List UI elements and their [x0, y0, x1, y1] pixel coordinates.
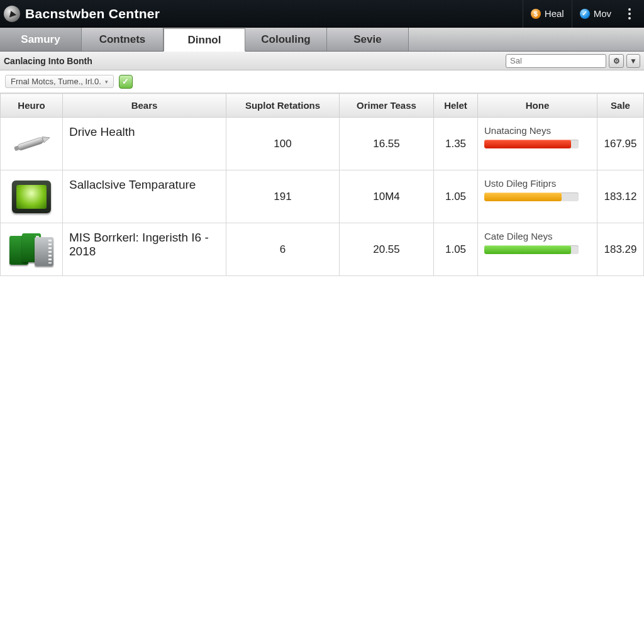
table-header-row: Heuro Bears Suplot Retations Orimer Teas… [1, 94, 644, 118]
cell-hone: Usto Dileg Fitiprs [478, 170, 597, 223]
tab-label: Colouling [261, 33, 310, 46]
tab-label: Samury [21, 33, 60, 46]
mov-button[interactable]: ✓ Mov [572, 0, 619, 28]
col-orimer[interactable]: Orimer Teass [340, 94, 434, 118]
cell-icon [1, 170, 63, 223]
col-sale[interactable]: Sale [597, 94, 644, 118]
filter-pill-label: Frnal Motcs, Tume., Irl.0. [11, 77, 101, 86]
progress-label: Cate Dileg Neys [484, 231, 552, 242]
cell-hone: Unatacing Neys [478, 118, 597, 170]
cell-helet: 1.05 [434, 223, 478, 276]
tab-label: Sevie [353, 33, 381, 46]
cell-orimer: 16.55 [340, 118, 434, 170]
progress-fill [484, 140, 571, 148]
title-bar: Bacnstwben Centner $ Heal ✓ Mov [0, 0, 644, 28]
mov-label: Mov [594, 8, 611, 19]
progress-fill [484, 245, 571, 254]
progress-label: Unatacing Neys [484, 125, 551, 136]
chevron-down-icon: ▼ [630, 57, 637, 65]
tab-samury[interactable]: Samury [0, 28, 82, 51]
cell-name: MIS Borrkerl: Ingeristh I6 - 2018 [63, 223, 226, 276]
heal-badge-icon: $ [531, 9, 541, 19]
table-row[interactable]: MIS Borrkerl: Ingeristh I6 - 2018620.551… [1, 223, 644, 276]
tab-label: Contnets [99, 33, 146, 46]
progress-bar [484, 140, 579, 148]
search-dropdown-button[interactable]: ▼ [626, 54, 640, 68]
filter-pill[interactable]: Frnal Motcs, Tume., Irl.0. ▾ [5, 75, 114, 88]
progress-label: Usto Dileg Fitiprs [484, 178, 556, 189]
heal-label: Heal [545, 8, 564, 19]
mov-badge-icon: ✓ [580, 9, 590, 19]
col-bears[interactable]: Bears [63, 94, 226, 118]
overflow-menu-button[interactable] [619, 0, 644, 28]
cell-name: Sallaclsive Temparature [63, 170, 226, 223]
cell-hone: Cate Dileg Neys [478, 223, 597, 276]
cell-sale: 183.12 [597, 170, 644, 223]
server-icon [7, 231, 56, 269]
app-title: Bacnstwben Centner [25, 6, 160, 21]
check-icon: ✓ [122, 77, 129, 86]
tab-label: Dinnol [188, 34, 221, 47]
tab-dinnol[interactable]: Dinnol [164, 28, 245, 52]
svg-marker-1 [42, 135, 51, 143]
col-helet[interactable]: Helet [434, 94, 478, 118]
progress-fill [484, 192, 562, 201]
chevron-down-icon: ▾ [105, 79, 108, 85]
cell-helet: 1.05 [434, 170, 478, 223]
apply-filter-button[interactable]: ✓ [119, 75, 133, 89]
tab-contnets[interactable]: Contnets [82, 28, 164, 51]
cell-orimer: 10M4 [340, 170, 434, 223]
settings-button[interactable]: ⚙ [609, 54, 624, 68]
col-hone[interactable]: Hone [478, 94, 597, 118]
sliders-icon: ⚙ [613, 57, 620, 65]
search-input[interactable] [506, 54, 606, 68]
cell-sale: 183.29 [597, 223, 644, 276]
data-table: Heuro Bears Suplot Retations Orimer Teas… [0, 93, 644, 276]
col-suplot[interactable]: Suplot Retations [226, 94, 340, 118]
device-icon [7, 178, 56, 216]
cell-icon [1, 118, 63, 170]
cell-sale: 167.95 [597, 118, 644, 170]
progress-bar [484, 192, 579, 201]
cell-suplot: 100 [226, 118, 340, 170]
breadcrumb: Canlacing Into Bonth [4, 56, 92, 66]
cell-helet: 1.35 [434, 118, 478, 170]
table-row[interactable]: Sallaclsive Temparature19110M41.05Usto D… [1, 170, 644, 223]
cell-orimer: 20.55 [340, 223, 434, 276]
cell-suplot: 191 [226, 170, 340, 223]
table-row[interactable]: Drive Health10016.551.35Unatacing Neys16… [1, 118, 644, 170]
cell-icon [1, 223, 63, 276]
cell-suplot: 6 [226, 223, 340, 276]
app-logo-icon [4, 6, 20, 22]
subheader-bar: Canlacing Into Bonth ⚙ ▼ [0, 52, 644, 70]
cell-name: Drive Health [63, 118, 226, 170]
filter-row: Frnal Motcs, Tume., Irl.0. ▾ ✓ [0, 70, 644, 93]
svg-rect-0 [17, 136, 44, 150]
drive-icon [7, 125, 56, 163]
kebab-icon [624, 8, 635, 19]
heal-button[interactable]: $ Heal [523, 0, 572, 28]
progress-bar [484, 245, 579, 254]
tab-colouling[interactable]: Colouling [245, 28, 327, 51]
tab-sevie[interactable]: Sevie [327, 28, 409, 51]
col-heuro[interactable]: Heuro [1, 94, 63, 118]
tab-strip: Samury Contnets Dinnol Colouling Sevie [0, 28, 644, 52]
